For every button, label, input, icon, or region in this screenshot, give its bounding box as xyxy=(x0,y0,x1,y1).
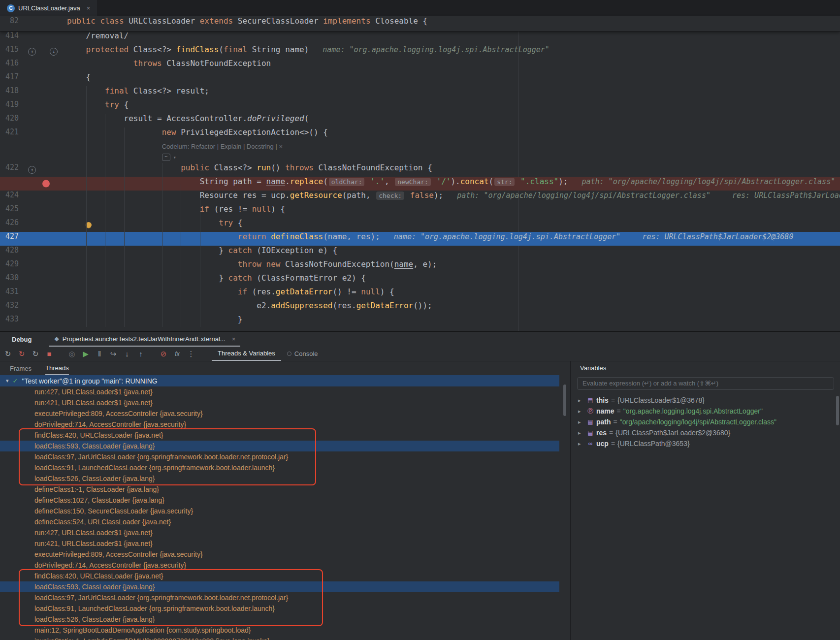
code-line[interactable]: 428 } catch (IOException e) { xyxy=(0,246,840,259)
line-number[interactable]: 428 xyxy=(0,246,26,259)
pinned-code-line[interactable]: 82public class URLClassLoader extends Se… xyxy=(0,16,840,31)
stack-frame-row[interactable]: defineClass:150, SecureClassLoader {java… xyxy=(0,506,559,516)
variables-list[interactable]: ▸▤this={URLClassLoader$1@3678}▸Ⓟname="or… xyxy=(571,395,840,449)
stack-frame-row[interactable]: doPrivileged:714, AccessController {java… xyxy=(0,560,559,571)
line-number[interactable]: 432 xyxy=(0,301,26,315)
overridden-method-icon[interactable]: ↓ xyxy=(50,48,58,56)
line-number[interactable]: 427 xyxy=(0,232,26,246)
line-number[interactable]: 430 xyxy=(0,273,26,287)
widget-line[interactable]: ~ ▾ xyxy=(0,152,840,163)
rerun-failed-tests-icon[interactable]: ↻ xyxy=(16,350,28,358)
variable-row[interactable]: ▸▤this={URLClassLoader$1@3678} xyxy=(571,395,840,406)
line-number[interactable]: 422 xyxy=(0,163,26,177)
debug-session-tab[interactable]: ◆ PropertiesLauncherTests2.testJarWithIn… xyxy=(49,332,240,347)
restart-icon[interactable]: ↻ xyxy=(30,350,41,358)
line-number[interactable]: 429 xyxy=(0,259,26,273)
stack-frame-row[interactable]: run:427, URLClassLoader$1 {java.net} xyxy=(0,527,559,538)
line-number[interactable]: 421 xyxy=(0,128,26,141)
line-number[interactable]: 415 xyxy=(0,45,26,59)
code-line[interactable]: 420 result = AccessController.doPrivileg… xyxy=(0,114,840,128)
variables-scrollbar-thumb[interactable] xyxy=(836,396,839,425)
step-over-icon[interactable]: ↪ xyxy=(107,350,119,358)
code-line[interactable]: 415↑↓ protected Class<?> findClass(final… xyxy=(0,45,840,59)
code-line[interactable]: 430 } catch (ClassFormatError e2) { xyxy=(0,273,840,287)
editor-tab-urlclassloader[interactable]: C URLClassLoader.java × xyxy=(0,0,97,16)
thread-header-row[interactable]: ▾ ✓ "Test worker"@1 in group "main": RUN… xyxy=(0,375,559,386)
stack-frame-row[interactable]: loadClass:91, LaunchedClassLoader {org.s… xyxy=(0,462,559,473)
stack-frame-row[interactable]: doPrivileged:714, AccessController {java… xyxy=(0,419,559,430)
expand-chevron-icon[interactable]: ▸ xyxy=(578,419,586,425)
code-line[interactable]: 429 throw new ClassNotFoundException(nam… xyxy=(0,259,840,273)
line-number[interactable]: 433 xyxy=(0,315,26,328)
stack-frame-row[interactable]: loadClass:526, ClassLoader {java.lang} xyxy=(0,614,559,625)
line-number[interactable]: 414 xyxy=(0,31,26,45)
line-number[interactable]: 82 xyxy=(0,16,26,31)
code-line[interactable]: 417 { xyxy=(0,72,840,86)
expand-chevron-icon[interactable]: ▸ xyxy=(578,408,586,415)
mute-breakpoints-icon[interactable]: ⊘ xyxy=(158,350,169,358)
codeium-widget-icon[interactable]: ~ xyxy=(162,154,170,161)
code-line[interactable]: 414 /removal/ xyxy=(0,31,840,45)
line-number[interactable]: 424 xyxy=(0,191,26,204)
line-number[interactable] xyxy=(0,152,26,163)
code-line[interactable]: 424 Resource res = ucp.getResource(path,… xyxy=(0,191,840,204)
sticky-pinned-line[interactable]: 82public class URLClassLoader extends Se… xyxy=(0,16,840,32)
code-line[interactable]: 427 return defineClass(name, res);name: … xyxy=(0,232,840,246)
code-line[interactable]: 416 throws ClassNotFoundException xyxy=(0,59,840,72)
variable-row[interactable]: ▸Ⓟname="org.apache.logging.log4j.spi.Abs… xyxy=(571,406,840,416)
step-into-icon[interactable]: ↓ xyxy=(121,350,133,358)
code-line[interactable]: 422↑ public Class<?> run() throws ClassN… xyxy=(0,163,840,177)
stack-frame-row[interactable]: run:421, URLClassLoader$1 {java.net} xyxy=(0,397,559,408)
stack-frame-row[interactable]: run:421, URLClassLoader$1 {java.net} xyxy=(0,538,559,549)
expand-chevron-icon[interactable]: ▸ xyxy=(578,430,586,436)
tab-console[interactable]: Console xyxy=(281,347,324,361)
intention-bulb-icon[interactable] xyxy=(86,222,92,228)
stack-frame-row[interactable]: invokeStatic:-1, LambdaForm$DMH/0x000000… xyxy=(0,636,559,640)
code-line[interactable]: String path = name.replace(oldChar: '.',… xyxy=(0,177,840,191)
code-line[interactable]: 433 } xyxy=(0,315,840,328)
line-number[interactable]: 417 xyxy=(0,72,26,86)
code-line[interactable]: 431 if (res.getDataError() != null) { xyxy=(0,287,840,301)
resume-icon[interactable]: ▶ xyxy=(80,350,92,358)
stack-frame-row[interactable]: loadClass:593, ClassLoader {java.lang} xyxy=(0,441,559,451)
line-number[interactable] xyxy=(0,141,26,152)
variable-row[interactable]: ▸▤path="org/apache/logging/log4j/spi/Abs… xyxy=(571,416,840,427)
stack-frame-row[interactable]: loadClass:593, ClassLoader {java.lang} xyxy=(0,581,559,592)
tab-frames[interactable]: Frames xyxy=(10,361,32,375)
line-number[interactable]: 420 xyxy=(0,114,26,128)
stack-frames-list[interactable]: run:427, URLClassLoader$1 {java.net}run:… xyxy=(0,386,559,640)
stack-frame-row[interactable]: run:427, URLClassLoader$1 {java.net} xyxy=(0,386,559,397)
pause-icon[interactable]: ‖ xyxy=(94,350,105,358)
line-number[interactable]: 426 xyxy=(0,218,26,232)
stack-frame-row[interactable]: findClass:420, URLClassLoader {java.net} xyxy=(0,430,559,441)
session-tab-close-icon[interactable]: × xyxy=(232,335,236,343)
stack-frame-row[interactable]: loadClass:97, JarUrlClassLoader {org.spr… xyxy=(0,451,559,462)
code-line[interactable]: 426 try { xyxy=(0,218,840,232)
code-line[interactable]: 421 new PrivilegedExceptionAction<>() { xyxy=(0,128,840,141)
evaluate-expression-icon[interactable]: fx xyxy=(171,351,183,357)
view-options-icon[interactable]: ◎ xyxy=(66,350,78,358)
tab-threads-and-variables[interactable]: Threads & Variables xyxy=(212,347,281,361)
stack-frame-row[interactable]: defineClass:1027, ClassLoader {java.lang… xyxy=(0,495,559,506)
step-out-icon[interactable]: ↑ xyxy=(135,350,147,358)
line-number[interactable]: 431 xyxy=(0,287,26,301)
stack-frame-row[interactable]: executePrivileged:809, AccessController … xyxy=(0,549,559,560)
overrides-method-icon[interactable]: ↑ xyxy=(28,48,36,56)
stack-frame-row[interactable]: findClass:420, URLClassLoader {java.net} xyxy=(0,571,559,581)
variable-row[interactable]: ▸∞ucp={URLClassPath@3653} xyxy=(571,438,840,449)
chevron-down-icon[interactable]: ▾ xyxy=(170,155,176,160)
lens-line[interactable]: Codeium: Refactor | Explain | Docstring … xyxy=(0,141,840,152)
stack-frame-row[interactable]: loadClass:97, JarUrlClassLoader {org.spr… xyxy=(0,592,559,603)
variable-row[interactable]: ▸▤res={URLClassPath$JarLoader$2@3680} xyxy=(571,427,840,438)
stack-frame-row[interactable]: defineClass1:-1, ClassLoader {java.lang} xyxy=(0,484,559,495)
line-number[interactable]: 425 xyxy=(0,204,26,218)
stack-frame-row[interactable]: main:12, SpringBootLoadDemoApplication {… xyxy=(0,625,559,636)
evaluate-expression-input[interactable]: Evaluate expression (↵) or add a watch (… xyxy=(577,377,834,390)
codeium-lens[interactable]: Codeium: Refactor | Explain | Docstring … xyxy=(162,143,283,150)
code-editor[interactable]: 414 /removal/415↑↓ protected Class<?> fi… xyxy=(0,31,840,331)
line-number[interactable]: 418 xyxy=(0,86,26,100)
stack-frame-row[interactable]: executePrivileged:809, AccessController … xyxy=(0,408,559,419)
expand-chevron-icon[interactable]: ▸ xyxy=(578,397,586,404)
code-line[interactable]: 419 try { xyxy=(0,100,840,114)
frames-scrollbar-thumb[interactable] xyxy=(563,384,566,416)
